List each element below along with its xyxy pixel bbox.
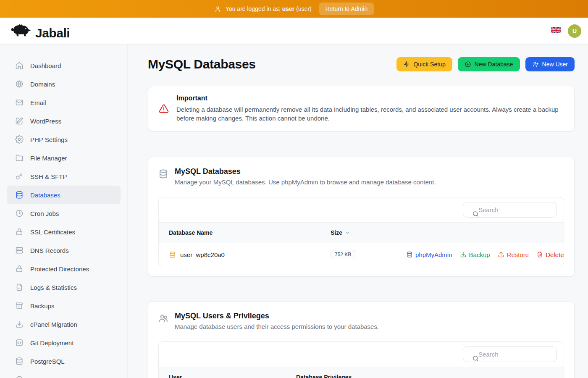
users-search: [463, 346, 557, 362]
sidebar-item-label: PostgreSQL: [30, 358, 65, 365]
quick-setup-button[interactable]: Quick Setup: [396, 57, 452, 71]
phpmyadmin-link[interactable]: phpMyAdmin: [406, 251, 452, 258]
mysql-databases-card: MySQL Databases Manage your MySQL databa…: [148, 157, 575, 277]
databases-table-header: Database Name Size: [159, 222, 564, 243]
alert-triangle-icon: [158, 103, 169, 114]
sidebar-item-file-manager[interactable]: File Manager: [7, 149, 121, 167]
sidebar-item-logs-statistics[interactable]: Logs & Statistics: [7, 278, 121, 297]
home-icon: [15, 61, 24, 70]
sidebar-item-label: Git Deployment: [30, 339, 74, 346]
file-text-icon: [15, 283, 24, 291]
brand-logo[interactable]: Jabali: [10, 22, 70, 40]
sidebar-item-label: Logs & Statistics: [30, 284, 77, 291]
sidebar-item-label: File Manager: [30, 155, 67, 162]
plus-circle-icon: [465, 61, 471, 68]
sidebar-item-label: Email: [30, 99, 46, 106]
sidebar-item-label: SSH & SFTP: [30, 173, 67, 180]
sidebar-item-backups[interactable]: Backups: [7, 297, 121, 315]
logged-in-username: user: [282, 5, 295, 12]
download-icon: [15, 320, 24, 328]
uk-flag-icon[interactable]: [551, 27, 561, 34]
sidebar-item-cron-jobs[interactable]: Cron Jobs: [7, 204, 121, 223]
sidebar-item-databases[interactable]: Databases: [7, 186, 121, 204]
upload-icon: [498, 251, 504, 258]
sidebar-item-dns-records[interactable]: DNS Records: [7, 241, 121, 260]
users-icon: [158, 312, 168, 322]
download-icon: [460, 251, 467, 258]
column-database-name: Database Name: [169, 229, 331, 236]
user-avatar[interactable]: U: [568, 24, 581, 38]
database-icon: [406, 251, 413, 258]
sidebar-item-label: Cron Jobs: [30, 210, 59, 217]
sidebar-item-ssh-sftp[interactable]: SSH & SFTP: [7, 167, 121, 186]
lock-icon: [15, 265, 24, 273]
database-icon: [169, 251, 176, 258]
backup-link[interactable]: Backup: [460, 251, 490, 258]
edit-icon: [15, 117, 24, 125]
brand-name: Jabali: [35, 26, 70, 40]
user-plus-icon: [532, 61, 539, 68]
lock-icon: [15, 228, 24, 236]
databases-card-title: MySQL Databases: [175, 167, 436, 176]
sidebar-item-label: DNS Records: [30, 247, 69, 254]
return-to-admin-button[interactable]: Return to Admin: [319, 3, 374, 15]
sidebar-item-label: SSL Certificates: [30, 228, 75, 236]
sidebar-item-postgresql[interactable]: PostgreSQL: [7, 352, 121, 370]
code-icon: [15, 339, 24, 347]
users-search-input[interactable]: [463, 346, 557, 362]
sidebar-item-label: Dashboard: [30, 62, 61, 69]
warning-body: Deleting a database will permanently rem…: [176, 105, 564, 123]
archive-icon: [15, 302, 24, 310]
important-warning-card: Important Deleting a database will perma…: [148, 86, 575, 131]
databases-card-subtitle: Manage your MySQL databases. Use phpMyAd…: [175, 178, 436, 186]
database-name-cell: user_wp8c20a0: [169, 251, 331, 258]
column-user: User: [169, 374, 296, 378]
sidebar-item-email[interactable]: Email: [7, 93, 121, 112]
new-database-button[interactable]: New Database: [458, 57, 520, 71]
sidebar-item-dashboard[interactable]: Dashboard: [7, 56, 121, 75]
restore-link[interactable]: Restore: [498, 251, 529, 258]
sidebar-item-partial[interactable]: [7, 370, 121, 378]
search-icon: [467, 351, 475, 358]
sidebar-item-cpanel-migration[interactable]: cPanel Migration: [7, 315, 121, 333]
folder-icon: [15, 154, 24, 162]
sidebar-item-label: Domains: [30, 81, 55, 88]
sidebar-item-label: PHP Settings: [30, 136, 68, 143]
search-icon: [467, 206, 475, 213]
sidebar-item-label: Protected Directories: [30, 265, 89, 273]
logged-in-prefix: You are logged in as:: [226, 5, 281, 12]
server-icon: [15, 246, 24, 255]
warning-title: Important: [176, 94, 564, 102]
sidebar-nav: DashboardDomainsEmailWordPressPHP Settin…: [0, 45, 128, 378]
mysql-users-card: MySQL Users & Privileges Manage database…: [148, 301, 575, 378]
database-table-row: user_wp8c20a0752 KBphpMyAdminBackupResto…: [159, 243, 564, 266]
mail-icon: [15, 98, 24, 107]
size-badge: 752 KB: [331, 250, 355, 259]
sidebar-item-ssl-certificates[interactable]: SSL Certificates: [7, 223, 121, 241]
users-card-title: MySQL Users & Privileges: [175, 312, 379, 320]
delete-link[interactable]: Delete: [536, 251, 564, 258]
sidebar-item-label: cPanel Migration: [30, 321, 77, 328]
gear-icon: [15, 135, 24, 144]
sidebar-item-wordpress[interactable]: WordPress: [7, 112, 121, 130]
user-icon: [214, 5, 221, 13]
database-name: user_wp8c20a0: [180, 251, 225, 258]
sidebar-item-label: WordPress: [30, 118, 61, 125]
logged-in-as: You are logged in as: user (user): [214, 5, 312, 13]
column-database-privileges: Database Privileges: [296, 374, 554, 378]
sidebar-item-label: Databases: [30, 192, 60, 199]
sidebar-item-label: Backups: [30, 302, 55, 310]
page-title: MySQL Databases: [148, 57, 256, 71]
main-content: MySQL Databases Quick Setup New Database…: [128, 45, 588, 378]
clock-icon: [15, 209, 24, 218]
database-icon: [15, 191, 24, 199]
sidebar-item-protected-directories[interactable]: Protected Directories: [7, 260, 121, 278]
users-card-subtitle: Manage database users and their access p…: [175, 323, 379, 330]
databases-search-input[interactable]: [463, 202, 557, 218]
column-size-sort[interactable]: Size: [331, 229, 554, 236]
logged-in-suffix: (user): [296, 5, 312, 12]
sidebar-item-git-deployment[interactable]: Git Deployment: [7, 333, 121, 352]
sidebar-item-php-settings[interactable]: PHP Settings: [7, 130, 121, 149]
new-user-button[interactable]: New User: [525, 57, 575, 71]
sidebar-item-domains[interactable]: Domains: [7, 75, 121, 93]
